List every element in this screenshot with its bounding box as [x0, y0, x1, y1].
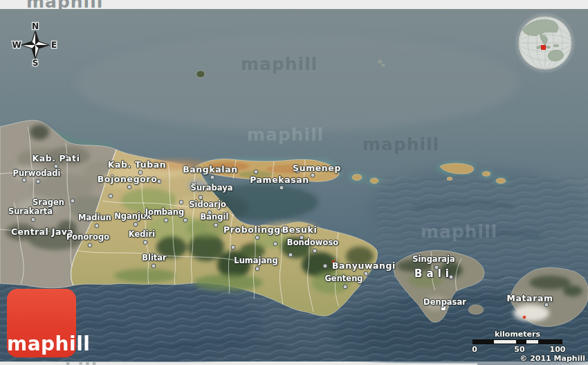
scale-bar-title: kilometers	[472, 330, 562, 339]
town-marker	[95, 224, 100, 229]
town-marker	[183, 218, 188, 223]
place-label-bangil: Bangil	[201, 212, 229, 222]
place-label-madiun: Madiun	[78, 213, 111, 222]
town-marker	[311, 173, 315, 178]
place-label-kab-pati: Kab. Pati	[32, 153, 80, 163]
place-label-pamekasan: Pamekasan	[250, 175, 309, 185]
place-label-bangkalan: Bangkalan	[183, 164, 238, 175]
place-label-sidoarjo: Sidoarjo	[189, 199, 226, 209]
town-marker	[288, 253, 293, 258]
town-marker	[179, 200, 184, 205]
town-marker	[255, 235, 260, 240]
town-marker	[273, 242, 278, 247]
town-marker	[364, 271, 369, 276]
place-label-singaraja: Singaraja	[412, 254, 455, 264]
place-label-blitar: Blitar	[142, 253, 167, 262]
town-marker	[313, 249, 318, 253]
place-label-kab-tuban: Kab. Tuban	[108, 159, 167, 170]
watermark: maphill	[421, 222, 497, 242]
place-label-probolinggo: Probolinggo	[223, 224, 287, 235]
town-marker	[22, 178, 27, 183]
place-label-bojonegoro: Bojonegoro	[98, 174, 158, 184]
town-marker	[134, 222, 138, 227]
town-marker	[71, 199, 75, 204]
town-marker	[231, 245, 236, 250]
town-marker	[151, 264, 156, 269]
watermark: maphill	[247, 125, 324, 145]
copyright-text: © 2011 Maphill	[520, 354, 585, 363]
compass-e: E	[51, 40, 57, 50]
scale-tick-50: 50	[514, 345, 524, 354]
watermark-bottom: maphill	[21, 362, 98, 365]
scale-tick-100: 100	[550, 345, 566, 354]
place-label-central-java: Central Java	[11, 226, 73, 237]
place-label-surabaya: Surabaya	[191, 183, 233, 193]
compass-n: N	[32, 21, 39, 31]
place-label-sragen: Sragen	[33, 197, 64, 207]
compass-rose: N W E S	[11, 20, 59, 69]
red-spot-marker	[523, 316, 526, 319]
town-marker	[143, 240, 148, 245]
watermark: maphill	[241, 54, 318, 74]
town-marker	[255, 267, 260, 271]
town-marker	[127, 185, 132, 190]
place-label-bali: Bali	[410, 267, 453, 280]
globe-locator-inset	[513, 11, 577, 75]
watermark: maphill	[362, 134, 439, 154]
town-marker	[323, 264, 328, 269]
map-scene: maphill maphill maphillmaphillmaphillmap…	[0, 0, 588, 365]
place-label-kediri: Kediri	[129, 229, 155, 239]
place-label-genteng: Genteng	[324, 274, 362, 283]
place-label-denpasar: Denpasar	[423, 297, 466, 307]
scale-bar-ticks: 050100	[472, 345, 562, 354]
scale-tick-0: 0	[472, 345, 477, 354]
town-marker	[109, 194, 113, 199]
place-label-mataram: Mataram	[506, 293, 553, 303]
watermark-top: maphill	[26, 0, 103, 9]
place-label-surakarta: Surakarta	[8, 206, 53, 216]
town-marker	[214, 223, 219, 228]
scale-bar: kilometers 050100	[472, 330, 562, 354]
town-marker	[544, 303, 549, 308]
place-label-lumajang: Lumajang	[234, 256, 277, 265]
town-marker	[254, 170, 259, 175]
location-marker	[541, 45, 546, 50]
page-background-top: maphill	[0, 0, 588, 9]
compass-w: W	[12, 40, 21, 50]
town-marker	[164, 218, 169, 223]
town-marker	[36, 179, 41, 184]
place-label-banyuwangi: Banyuwangi	[332, 260, 396, 271]
place-label-sumenep: Sumenep	[293, 163, 341, 173]
place-label-purwodadi: Purwodadi	[13, 168, 61, 178]
town-marker	[31, 217, 36, 222]
town-marker	[88, 243, 93, 248]
place-label-jombang: Jombang	[145, 207, 185, 217]
maphill-logo-text: maphill	[7, 332, 76, 355]
compass-s: S	[33, 58, 39, 68]
place-label-besuki: Besuki	[282, 224, 318, 235]
place-label-ponorogo: Ponorogo	[66, 232, 109, 242]
place-label-bondowoso: Bondowoso	[287, 238, 338, 247]
maphill-logo[interactable]: maphill	[7, 289, 76, 357]
town-marker	[279, 186, 284, 190]
compass-star	[21, 31, 49, 59]
scale-bar-segments	[472, 339, 562, 344]
town-marker	[210, 175, 215, 180]
town-marker	[343, 285, 348, 290]
